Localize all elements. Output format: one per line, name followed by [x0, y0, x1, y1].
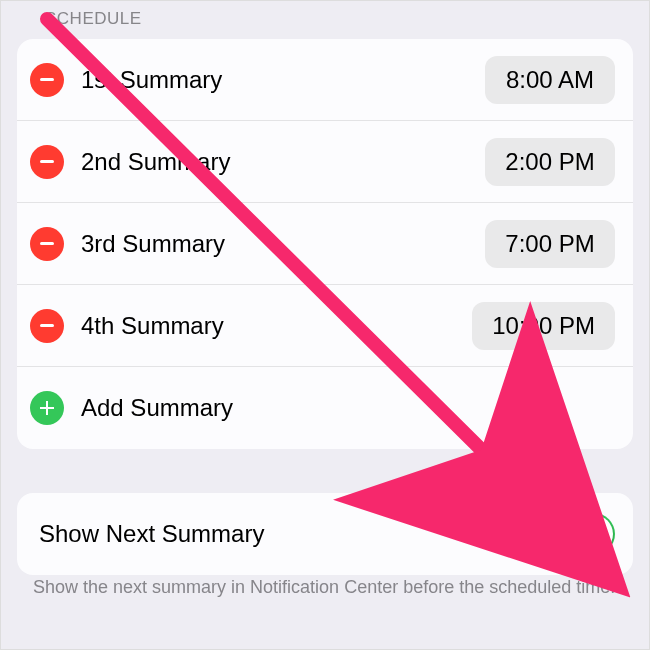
minus-icon: [30, 63, 64, 97]
plus-icon: [30, 391, 64, 425]
minus-icon: [30, 309, 64, 343]
add-summary-button[interactable]: [17, 391, 77, 425]
minus-icon: [30, 227, 64, 261]
settings-screen: SCHEDULE 1st Summary 8:00 AM 2nd Summary…: [0, 0, 650, 650]
delete-summary-1[interactable]: [17, 63, 77, 97]
delete-summary-2[interactable]: [17, 145, 77, 179]
summary-1-label: 1st Summary: [77, 66, 485, 94]
show-next-summary-row[interactable]: Show Next Summary: [17, 493, 633, 575]
summary-row-3[interactable]: 3rd Summary 7:00 PM: [17, 203, 633, 285]
summary-row-4[interactable]: 4th Summary 10:00 PM: [17, 285, 633, 367]
summary-4-label: 4th Summary: [77, 312, 472, 340]
add-summary-row[interactable]: Add Summary: [17, 367, 633, 449]
show-next-summary-label: Show Next Summary: [17, 520, 545, 548]
add-summary-label: Add Summary: [77, 394, 633, 422]
summary-3-time[interactable]: 7:00 PM: [485, 220, 615, 268]
switch-thumb: [575, 515, 613, 553]
summary-4-time[interactable]: 10:00 PM: [472, 302, 615, 350]
summary-1-time[interactable]: 8:00 AM: [485, 56, 615, 104]
section-header-schedule: SCHEDULE: [45, 9, 142, 29]
show-next-summary-footnote: Show the next summary in Notification Ce…: [33, 575, 629, 599]
show-next-summary-toggle[interactable]: [545, 513, 615, 555]
minus-icon: [30, 145, 64, 179]
summary-2-label: 2nd Summary: [77, 148, 485, 176]
show-next-summary-card: Show Next Summary: [17, 493, 633, 575]
delete-summary-3[interactable]: [17, 227, 77, 261]
summary-3-label: 3rd Summary: [77, 230, 485, 258]
summary-2-time[interactable]: 2:00 PM: [485, 138, 615, 186]
delete-summary-4[interactable]: [17, 309, 77, 343]
summary-row-2[interactable]: 2nd Summary 2:00 PM: [17, 121, 633, 203]
summary-row-1[interactable]: 1st Summary 8:00 AM: [17, 39, 633, 121]
schedule-card: 1st Summary 8:00 AM 2nd Summary 2:00 PM …: [17, 39, 633, 449]
